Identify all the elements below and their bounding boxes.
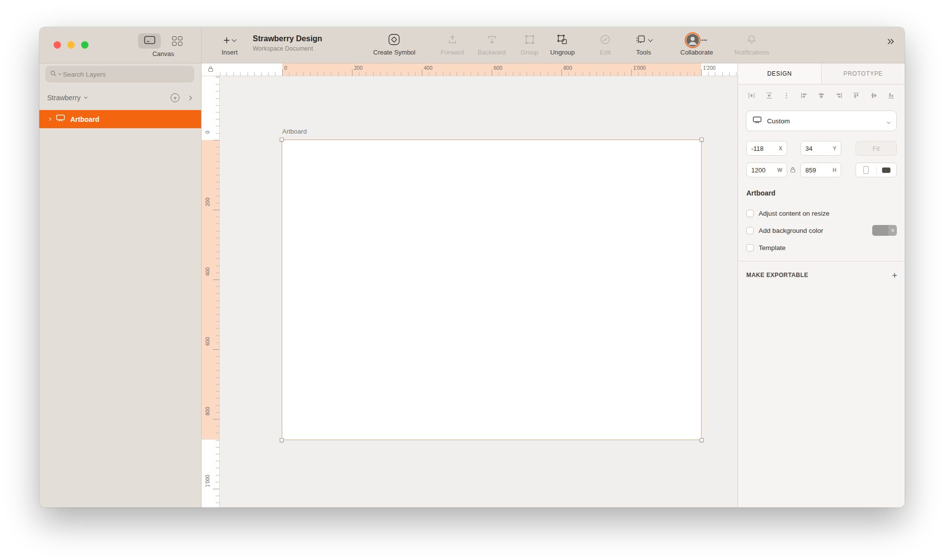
section-divider xyxy=(738,261,905,261)
align-middle-vertical-icon[interactable] xyxy=(870,92,878,99)
canvas[interactable]: Artboard xyxy=(220,76,738,507)
ruler-lock-corner[interactable] xyxy=(202,63,220,76)
backward-button[interactable]: Backward xyxy=(477,33,505,56)
adjust-content-checkbox[interactable] xyxy=(746,210,754,217)
grid-view-button[interactable] xyxy=(166,33,188,49)
tools-button[interactable]: Tools xyxy=(635,33,652,56)
make-exportable-row: MAKE EXPORTABLE + xyxy=(746,268,897,282)
vertical-ruler[interactable]: 0 200 400 600 800 1'000 xyxy=(202,76,220,507)
align-right-icon[interactable] xyxy=(835,92,843,99)
align-top-icon[interactable] xyxy=(853,92,860,99)
search-field[interactable] xyxy=(45,66,194,83)
app-window: Canvas + Insert Strawberry Design Worksp… xyxy=(39,27,905,507)
color-options-button[interactable] xyxy=(888,225,897,236)
portrait-option[interactable] xyxy=(856,163,876,177)
fit-button[interactable]: Fit xyxy=(856,141,897,156)
distribute-horizontally-icon[interactable] xyxy=(748,92,755,99)
minimize-button[interactable] xyxy=(67,41,75,49)
resize-handle-bottom-left[interactable] xyxy=(280,438,284,442)
template-checkbox[interactable] xyxy=(746,244,754,252)
ruler-tick-label: 600 xyxy=(494,65,502,71)
orientation-control xyxy=(856,163,897,177)
template-row: Template xyxy=(746,240,897,255)
plus-icon: + xyxy=(223,35,230,46)
forward-icon xyxy=(446,34,458,47)
document-title-block: Strawberry Design Workspace Document xyxy=(253,34,322,52)
height-field[interactable]: H xyxy=(800,163,841,177)
canvas-view-button[interactable] xyxy=(138,33,161,49)
ruler-tick-label: 0 xyxy=(284,65,287,71)
inspector-panel: DESIGN PROTOTYPE Custom xyxy=(738,63,905,507)
adjust-content-label: Adjust content on resize xyxy=(759,210,829,217)
artboard-icon xyxy=(56,114,65,124)
layer-item-artboard[interactable]: Artboard xyxy=(39,110,201,128)
artboard-section-title: Artboard xyxy=(746,189,775,197)
width-input[interactable] xyxy=(751,167,774,174)
edit-button[interactable]: Edit xyxy=(600,33,611,56)
forward-button[interactable]: Forward xyxy=(441,33,464,56)
tab-prototype[interactable]: PROTOTYPE xyxy=(821,63,905,84)
insert-button[interactable]: + Insert xyxy=(222,33,238,56)
artboard-title[interactable]: Artboard xyxy=(282,128,307,135)
group-icon xyxy=(524,34,535,47)
align-left-icon[interactable] xyxy=(800,92,808,99)
preset-value: Custom xyxy=(767,117,790,125)
x-unit-label: X xyxy=(779,145,782,151)
close-button[interactable] xyxy=(54,41,61,49)
align-center-horizontal-icon[interactable] xyxy=(818,92,825,99)
resize-handle-top-right[interactable] xyxy=(700,138,704,141)
layer-label: Artboard xyxy=(70,115,99,123)
group-button[interactable]: Group xyxy=(521,33,538,56)
create-symbol-button[interactable]: Create Symbol xyxy=(373,33,415,56)
search-scope-chevron-icon xyxy=(58,72,61,75)
artboard[interactable] xyxy=(282,140,701,440)
adjust-content-row: Adjust content on resize xyxy=(746,206,897,221)
desktop: Canvas + Insert Strawberry Design Worksp… xyxy=(0,0,944,560)
align-bottom-icon[interactable] xyxy=(887,92,895,99)
proportions-lock-icon[interactable] xyxy=(790,166,796,175)
add-page-button[interactable]: + xyxy=(171,93,179,102)
chevron-down-icon xyxy=(887,120,890,124)
x-position-field[interactable]: X xyxy=(746,141,787,156)
background-color-checkbox[interactable] xyxy=(746,227,754,234)
toolbar-overflow-button[interactable] xyxy=(886,38,895,47)
color-well[interactable] xyxy=(872,225,888,236)
sidebar-header: Canvas xyxy=(39,27,202,63)
width-unit-label: W xyxy=(777,167,782,173)
more-options-dots-icon[interactable] xyxy=(783,92,790,99)
height-input[interactable] xyxy=(805,167,829,174)
add-export-button[interactable]: + xyxy=(892,271,897,280)
resize-handle-bottom-right[interactable] xyxy=(700,438,704,442)
y-position-input[interactable] xyxy=(805,145,830,152)
view-toggle-label: Canvas xyxy=(135,50,192,57)
width-field[interactable]: W xyxy=(746,163,787,177)
distribute-vertically-icon[interactable] xyxy=(766,92,773,99)
more-dots-icon: ••• xyxy=(701,38,707,43)
background-color-swatch[interactable] xyxy=(872,225,897,236)
traffic-lights xyxy=(54,41,88,49)
ruler-tick-label: 1'000 xyxy=(205,472,210,490)
ruler-tick-label: 800 xyxy=(205,402,210,420)
tab-design[interactable]: DESIGN xyxy=(738,63,821,84)
ruler-tick-label: 0 xyxy=(205,123,210,141)
bell-icon xyxy=(746,34,757,47)
expand-pages-button[interactable] xyxy=(187,95,192,100)
horizontal-ruler[interactable]: 0 200 400 600 800 1'000 1'200 xyxy=(220,63,738,76)
ungroup-button[interactable]: Ungroup xyxy=(550,33,575,56)
x-position-input[interactable] xyxy=(751,145,776,152)
view-toggle: Canvas xyxy=(135,33,192,57)
landscape-option[interactable] xyxy=(877,163,897,177)
search-icon xyxy=(50,70,57,79)
fullscreen-button[interactable] xyxy=(81,41,88,49)
resize-handle-top-left[interactable] xyxy=(280,138,284,141)
ruler-tick-label: 1'000 xyxy=(633,65,646,71)
y-position-field[interactable]: Y xyxy=(800,141,841,156)
ruler-tick-label: 400 xyxy=(424,65,433,71)
notifications-button[interactable]: Notifications xyxy=(735,33,769,56)
search-input[interactable] xyxy=(63,71,189,78)
ruler-tick-label: 400 xyxy=(205,263,210,280)
collaborate-button[interactable]: ••• Collaborate xyxy=(680,33,713,56)
portrait-icon xyxy=(863,166,869,174)
page-row[interactable]: Strawberry + xyxy=(39,90,201,105)
artboard-preset-select[interactable]: Custom xyxy=(746,111,897,131)
